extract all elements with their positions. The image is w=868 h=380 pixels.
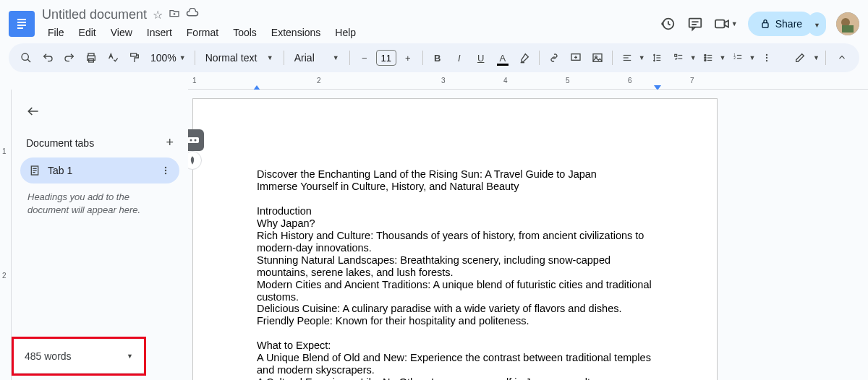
svg-rect-6 [689,19,702,27]
line-spacing-icon[interactable] [647,48,667,68]
editing-mode-icon[interactable] [790,48,810,68]
account-avatar[interactable] [836,12,859,35]
page-canvas[interactable]: Discover the Enchanting Land of the Risi… [192,98,718,380]
horizontal-ruler[interactable]: 1 2 3 4 5 6 7 [188,78,868,90]
numbered-list-icon[interactable]: 12 [728,48,748,68]
zoom-selector[interactable]: 100%▼ [146,52,190,64]
svg-rect-22 [593,54,602,62]
svg-point-14 [22,53,28,60]
outline-sidebar: Document tabs + Tab 1 Headings you add t… [12,90,188,380]
suggestion-icon[interactable] [188,151,202,170]
vertical-ruler[interactable]: 1 2 [0,90,12,380]
insert-link-icon[interactable] [544,48,564,68]
svg-point-50 [165,167,166,168]
svg-rect-1 [17,19,26,20]
doc-line[interactable]: Discover the Enchanting Land of the Risi… [257,168,653,181]
menu-extensions[interactable]: Extensions [265,24,326,41]
doc-line[interactable]: Why Japan? [257,217,653,230]
share-dropdown[interactable]: ▼ [808,12,826,36]
doc-line[interactable]: Delicious Cuisine: A culinary paradise w… [257,303,653,315]
svg-rect-9 [715,20,725,28]
collapse-toolbar-icon[interactable] [832,48,852,68]
toolbar: 100%▼ Normal text▼ Arial▼ − + B I U A ▼ … [9,43,859,72]
text-color-button[interactable]: A [493,48,513,68]
comments-icon[interactable] [686,15,704,33]
highlight-icon[interactable] [514,48,535,68]
redo-icon[interactable] [59,48,80,68]
menu-view[interactable]: View [105,24,138,41]
spellcheck-icon[interactable] [103,48,123,68]
svg-rect-3 [17,25,26,26]
checklist-icon[interactable] [668,48,689,68]
decrease-font-icon[interactable]: − [354,48,375,68]
more-options-icon[interactable] [757,48,777,68]
share-button[interactable]: Share [748,12,814,36]
doc-line[interactable]: A Cultural Experience Like No Other: Imm… [257,376,653,380]
doc-line[interactable]: Introduction [257,205,653,217]
svg-point-45 [766,60,767,61]
insert-image-icon[interactable] [587,48,608,68]
tab-menu-icon[interactable] [161,165,171,176]
font-size-input[interactable] [376,50,396,66]
svg-point-55 [195,139,197,142]
document-icon [29,165,41,176]
svg-rect-19 [131,53,137,56]
svg-point-43 [766,54,767,56]
doc-line[interactable]: Friendly People: Known for their hospita… [257,315,653,327]
document-title[interactable]: Untitled document [42,7,147,22]
outline-hint: Headings you add to the document will ap… [17,183,182,224]
doc-line[interactable]: Modern Cities and Ancient Traditions: A … [257,279,653,303]
doc-line[interactable]: A Unique Blend of Old and New: Experienc… [257,352,653,376]
font-selector[interactable]: Arial▼ [289,52,345,64]
bold-button[interactable]: B [427,48,448,68]
svg-point-54 [190,139,192,142]
tab-item-1[interactable]: Tab 1 [20,157,179,183]
doc-line[interactable]: Stunning Natural Landscapes: Breathtakin… [257,254,653,279]
tab-label: Tab 1 [48,165,153,176]
word-count-panel[interactable]: 485 words ▼ [13,340,145,373]
svg-rect-13 [842,25,854,33]
meet-button[interactable]: ▼ [714,17,738,30]
svg-line-15 [27,59,30,62]
menubar: File Edit View Insert Format Tools Exten… [42,24,659,41]
bullet-list-icon[interactable] [698,48,718,68]
doc-line[interactable]: What to Expect: [257,340,653,352]
move-icon[interactable] [169,7,180,22]
italic-button[interactable]: I [449,48,469,68]
menu-edit[interactable]: Edit [73,24,102,41]
menu-insert[interactable]: Insert [141,24,178,41]
back-arrow-icon[interactable] [17,101,182,124]
doc-line[interactable] [257,327,653,340]
history-icon[interactable] [659,15,676,33]
menu-tools[interactable]: Tools [227,24,263,41]
align-icon[interactable] [617,48,637,68]
menu-format[interactable]: Format [181,24,224,41]
doc-line[interactable] [257,193,653,205]
menu-file[interactable]: File [42,24,70,41]
add-comment-icon[interactable] [566,48,586,68]
share-label: Share [775,18,802,30]
search-icon[interactable] [16,48,36,68]
style-selector[interactable]: Normal text▼ [200,52,279,64]
star-icon[interactable]: ☆ [153,8,163,22]
doc-line[interactable]: Rich History and Culture: Thousands of y… [257,230,653,254]
print-icon[interactable] [81,48,101,68]
undo-icon[interactable] [38,48,58,68]
increase-font-icon[interactable]: + [398,48,418,68]
svg-point-52 [165,173,166,174]
svg-point-34 [704,57,705,59]
svg-rect-4 [17,27,23,29]
doc-line[interactable]: Immerse Yourself in Culture, History, an… [257,181,653,193]
docs-icon[interactable] [9,11,35,37]
svg-rect-0 [14,14,29,33]
smart-chip-icon[interactable] [188,129,204,151]
menu-help[interactable]: Help [329,24,362,41]
svg-point-33 [704,54,705,56]
document-tabs-label: Document tabs [26,137,94,149]
underline-button[interactable]: U [471,48,491,68]
svg-rect-30 [674,54,676,56]
paint-format-icon[interactable] [124,48,145,68]
cloud-status-icon[interactable] [186,8,199,21]
add-tab-icon[interactable]: + [166,135,174,150]
word-count-number: 485 [25,350,41,362]
